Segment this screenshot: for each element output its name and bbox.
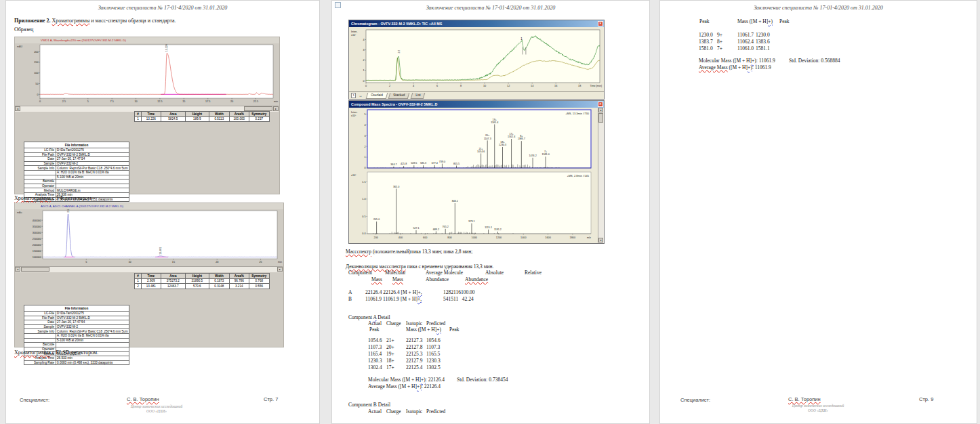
svg-text:22.5: 22.5	[253, 100, 258, 103]
svg-text:4: 4	[363, 39, 364, 41]
document-page-8[interactable]: Заключение специалиста № 17-01-4/2020 от…	[331, 0, 650, 424]
cell: 22125.4	[406, 364, 422, 370]
average-mass-line: Average Mass ([M + H]+): 22126.4	[368, 383, 441, 389]
svg-text:18+: 18+	[500, 141, 504, 144]
fileinfo-value: A: H2O 0.01% tfa B: MeCN 0.01% tfa	[56, 333, 129, 338]
scroll-left-icon[interactable]	[15, 106, 20, 111]
col-header: Time	[142, 274, 161, 279]
svg-text:2.5: 2.5	[62, 100, 66, 103]
fileinfo-value: D:\Da-Tan\2001275	[56, 312, 129, 316]
scroll-left-icon[interactable]	[15, 267, 20, 272]
cell: 1107.3	[368, 344, 382, 350]
vertical-scrollbar[interactable]	[598, 108, 604, 243]
svg-text:x10⁷: x10⁷	[351, 34, 356, 37]
scrollbar-thumb[interactable]	[244, 106, 272, 111]
window-title: Chromatogram - OVFV-332-M-2 5MKL.D: TIC …	[351, 22, 442, 26]
cell: 1581.1	[756, 45, 770, 51]
cell: 100.000	[230, 116, 249, 122]
cell: 570.6	[186, 284, 209, 289]
cell: 5824.5	[161, 116, 186, 122]
cell: 1054.6	[426, 337, 441, 343]
specialist-label: Специалист:	[20, 397, 49, 403]
uv-chromatogram-plot: 20015010050002.557.51012.51517.52022.5mi…	[16, 43, 279, 106]
col-header: Abundance	[426, 276, 449, 282]
svg-text:10: 10	[483, 85, 486, 87]
cell: 1302.4	[368, 364, 382, 370]
page-header-title: Заключение специалиста № 17-01-4/2020 от…	[660, 5, 977, 11]
fileinfo-label: Sample	[24, 161, 56, 166]
close-icon[interactable]	[598, 21, 603, 26]
svg-text:350000: 350000	[33, 226, 41, 228]
svg-text:17.5: 17.5	[205, 100, 210, 103]
svg-text:10: 10	[129, 261, 131, 263]
svg-text:689.2: 689.2	[433, 228, 439, 231]
svg-text:1107.3: 1107.3	[484, 137, 491, 140]
std-deviation: Std. Deviation: 0.568884	[789, 58, 840, 64]
svg-text:0: 0	[39, 100, 41, 103]
col-header: Peak	[779, 18, 790, 24]
tab-overlaid[interactable]: Overlaid	[366, 93, 388, 99]
view-tabs: 1 Overlaid Stacked List	[349, 91, 604, 99]
misspelled-word: Хроматограммы	[52, 18, 90, 24]
cell: 22127.8	[406, 344, 422, 350]
cell: 1054.6	[368, 337, 382, 343]
document-page-9[interactable]: Заключение специалиста № 17-01-4/2020 от…	[659, 0, 977, 424]
svg-text:509.5: 509.5	[411, 162, 417, 165]
fileinfo-value: OVFV-332-M-2	[56, 324, 129, 329]
scrollbar-thumb[interactable]	[21, 267, 49, 272]
cell: 17+	[386, 364, 394, 370]
svg-text:677.4: 677.4	[432, 162, 438, 165]
fileinfo-row: 5-100 %B at 20min	[24, 338, 129, 343]
horizontal-scrollbar[interactable]	[15, 266, 283, 272]
svg-text:100: 100	[34, 72, 38, 75]
scroll-right-icon[interactable]	[277, 267, 283, 272]
misspelled-word: Деконволюция массспектра	[346, 263, 406, 270]
svg-text:19+: 19+	[493, 119, 497, 121]
mass-spectrum-13min: 543210Inten.x10⁵+MS, 13.3min #730344.742…	[350, 108, 598, 170]
col-header: Peak	[369, 326, 380, 333]
tab-list[interactable]: List	[410, 93, 425, 99]
integration-results-table: #TimeAreaHeightWidthArea%Symmetry113.226…	[134, 111, 270, 122]
close-icon[interactable]	[598, 102, 603, 107]
fileinfo-row: MethodMULCHARGE.m	[24, 188, 129, 193]
col-header: Mass ([M + H]+)	[737, 18, 773, 24]
fileinfo-value: OVFV-332-M-2 5MKL.D	[56, 152, 129, 157]
window-title-bar[interactable]: Compound Mass Spectra - OVFV-332-M-2 5MK…	[349, 101, 604, 108]
svg-text:1200: 1200	[496, 236, 502, 239]
col-header: Charge	[386, 408, 401, 415]
fileinfo-label	[24, 333, 56, 338]
window-title-bar[interactable]: Chromatogram - OVFV-332-M-2 5MKL.D: TIC …	[349, 20, 604, 27]
cell: 1581.0	[699, 45, 713, 51]
scrollbar-thumb[interactable]	[598, 113, 603, 123]
file-information-table: File InformationLC-FileD:\Da-Tan\2001275…	[24, 305, 129, 365]
fileinfo-row: Date27-Jan-20, 17:47:54	[24, 157, 129, 162]
cell: 12463.7	[161, 284, 186, 289]
scroll-down-icon[interactable]	[598, 238, 603, 242]
scroll-up-icon[interactable]	[598, 108, 603, 112]
cell: 1230.3	[368, 358, 382, 364]
cell: 1230.0	[699, 32, 713, 38]
svg-text:13.226: 13.226	[165, 44, 168, 51]
svg-text:365.0: 365.0	[393, 186, 399, 188]
fileinfo-row: Sample InfoColumn: ReproSil-Pur Basic C1…	[24, 329, 129, 334]
fileinfo-value: A: H2O 0.01% tfa B: MeCN 0.01% tfa	[56, 170, 129, 175]
document-page-7[interactable]: Заключение специалиста № 17-01-4/2020 от…	[5, 0, 320, 424]
fileinfo-row: Barcode	[24, 343, 129, 347]
svg-text:7.5: 7.5	[110, 100, 114, 103]
scroll-right-icon[interactable]	[273, 106, 279, 111]
cell: 18+	[386, 358, 394, 364]
svg-text:1: 1	[363, 69, 364, 72]
svg-text:0: 0	[364, 167, 365, 169]
svg-text:14: 14	[531, 85, 533, 87]
svg-text:15: 15	[182, 100, 185, 103]
cell: 9+	[717, 32, 722, 38]
svg-text:3: 3	[364, 135, 365, 137]
svg-text:1054.6: 1054.6	[477, 150, 485, 153]
svg-text:0: 0	[363, 80, 364, 83]
svg-text:0.0: 0.0	[362, 232, 365, 235]
tab-stacked[interactable]: Stacked	[388, 93, 410, 99]
component-a-detail-heading: Component A Detail	[348, 314, 390, 320]
embedded-screenshot-uv-chromatogram: VWD1 A, Wavelength=220 nm (200127\OVFV-3…	[14, 37, 280, 194]
col-header: Width	[209, 112, 229, 117]
col-header: Area%	[230, 112, 249, 117]
